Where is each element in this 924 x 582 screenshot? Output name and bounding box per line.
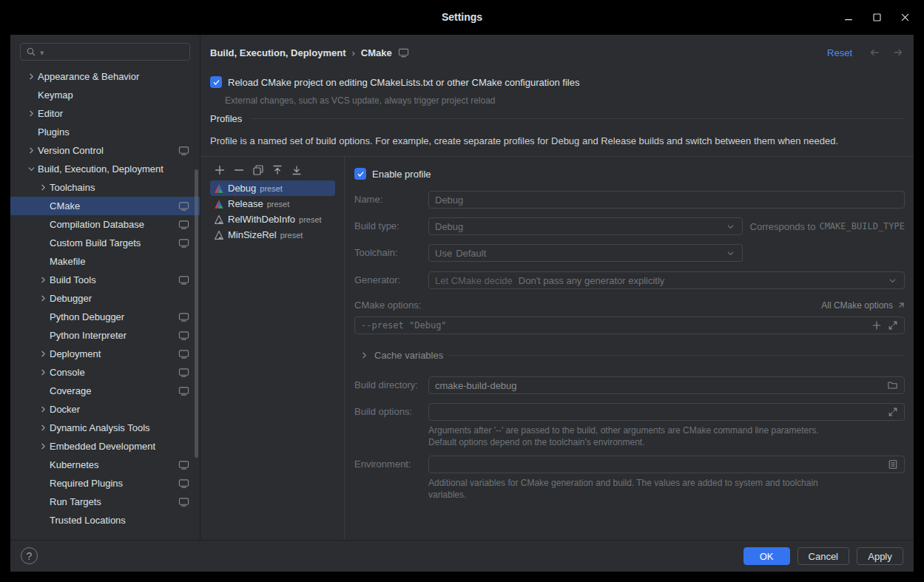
chevron-right-icon[interactable] [38,183,48,193]
sidebar-item-docker[interactable]: Docker [10,400,200,419]
chevron-right-icon[interactable] [26,146,36,156]
chevron-right-icon[interactable] [38,441,48,452]
sidebar-item-appearance-behavior[interactable]: Appearance & Behavior [10,67,200,86]
sidebar-item-trusted-locations[interactable]: Trusted Locations [10,511,200,529]
toolchain-select[interactable]: Use Default [428,244,743,262]
sidebar-item-embedded-development[interactable]: Embedded Development [10,437,200,456]
cmake-options-input[interactable]: --preset "Debug" [354,317,905,334]
generator-label: Generator: [354,271,400,289]
chevron-down-icon [887,275,898,286]
back-arrow-icon[interactable] [869,47,880,58]
minimize-button[interactable] [843,12,854,24]
sidebar-item-label: CMake [50,200,80,212]
move-up-icon[interactable] [272,164,283,176]
chevron-right-icon[interactable] [38,349,48,359]
profile-item-release[interactable]: Releasepreset [210,196,335,212]
sidebar-item-console[interactable]: Console [10,363,200,382]
reload-cmake-checkbox[interactable]: Reload CMake project on editing CMakeLis… [210,76,579,88]
profile-preset-tag: preset [267,200,290,209]
chevron-right-icon[interactable] [26,109,36,119]
project-settings-icon [398,47,409,58]
breadcrumb-parent[interactable]: Build, Execution, Deployment [210,47,345,58]
sidebar-item-version-control[interactable]: Version Control [10,141,200,160]
cancel-button[interactable]: Cancel [797,547,849,565]
sidebar-item-required-plugins[interactable]: Required Plugins [10,474,200,493]
add-icon[interactable] [871,320,882,331]
sidebar-scrollbar[interactable] [195,169,198,458]
environment-input[interactable] [428,456,905,473]
sidebar-item-toolchains[interactable]: Toolchains [10,178,200,197]
sidebar-item-deployment[interactable]: Deployment [10,345,200,363]
chevron-right-icon[interactable] [38,275,48,285]
sidebar-item-python-interpreter[interactable]: Python Interpreter [10,326,200,345]
chevron-right-icon[interactable] [38,405,48,415]
history-arrows [869,47,904,58]
help-button[interactable]: ? [21,547,38,564]
profile-item-minsizerel[interactable]: MinSizeRelpreset [210,227,335,243]
sidebar-item-python-debugger[interactable]: Python Debugger [10,308,200,326]
checkbox-checked-icon[interactable] [210,76,222,88]
sidebar-item-run-targets[interactable]: Run Targets [10,493,200,511]
variables-list-icon[interactable] [888,459,898,470]
all-cmake-options-link[interactable]: All CMake options [821,297,905,314]
sidebar-item-keymap[interactable]: Keymap [10,86,200,104]
checkbox-checked-icon[interactable] [354,168,366,180]
reset-link[interactable]: Reset [827,47,852,58]
sidebar-item-label: Kubernetes [50,459,99,470]
add-icon[interactable] [214,164,226,176]
expand-icon[interactable] [888,320,898,331]
chevron-right-icon[interactable] [38,368,48,378]
titlebar[interactable]: Settings [0,0,924,35]
copy-icon[interactable] [252,164,264,176]
build-directory-input[interactable]: cmake-build-debug [428,376,905,394]
chevron-spacer [38,331,48,341]
sidebar-item-compilation-database[interactable]: Compilation Database [10,215,200,234]
sidebar-item-editor[interactable]: Editor [10,104,200,123]
chevron-right-icon[interactable] [38,294,48,304]
sidebar-item-cmake[interactable]: CMake [10,197,200,215]
name-input[interactable]: Debug [428,191,905,209]
expand-icon[interactable] [888,407,898,417]
sidebar-item-custom-build-targets[interactable]: Custom Build Targets [10,234,200,252]
cmake-gray-icon [214,214,224,225]
move-down-icon[interactable] [291,164,303,176]
chevron-right-icon[interactable] [38,423,48,433]
profiles-description: Profile is a named set of build options.… [210,135,838,146]
project-settings-icon [178,460,189,470]
remove-icon[interactable] [233,164,245,176]
build-options-input[interactable] [428,403,905,421]
chevron-right-icon[interactable] [26,72,36,82]
generator-select[interactable]: Let CMake decide Don't pass any generato… [428,271,905,289]
forward-arrow-icon[interactable] [892,47,904,58]
breadcrumb: Build, Execution, Deployment › CMake [210,44,409,61]
sidebar-item-build-tools[interactable]: Build Tools [10,271,200,289]
sidebar-item-build-execution-deployment[interactable]: Build, Execution, Deployment [10,160,200,178]
sidebar-item-plugins[interactable]: Plugins [10,123,200,141]
project-settings-icon [178,201,189,212]
chevron-spacer [38,478,48,489]
chevron-spacer [38,238,48,248]
ok-button[interactable]: OK [743,547,790,565]
cache-variables-toggle[interactable]: Cache variables [360,346,905,364]
profile-item-debug[interactable]: Debugpreset [210,180,335,196]
sidebar-item-dynamic-analysis-tools[interactable]: Dynamic Analysis Tools [10,419,200,437]
close-button[interactable] [899,12,911,24]
build-type-select[interactable]: Debug [428,217,743,235]
chevron-spacer [38,386,48,396]
maximize-button[interactable] [871,12,883,24]
sidebar-item-label: Build, Execution, Deployment [38,163,163,175]
sidebar-item-kubernetes[interactable]: Kubernetes [10,456,200,474]
profiles-section-header: Profiles [210,113,904,124]
search-input[interactable]: ▾ [20,43,190,61]
sidebar-item-makefile[interactable]: Makefile [10,252,200,271]
profile-item-relwithdebinfo[interactable]: RelWithDebInfopreset [210,212,335,227]
chevron-down-icon[interactable] [26,164,36,175]
enable-profile-checkbox[interactable]: Enable profile [354,168,431,180]
sidebar-item-coverage[interactable]: Coverage [10,382,200,400]
apply-button[interactable]: Apply [857,547,903,565]
sidebar-item-debugger[interactable]: Debugger [10,289,200,308]
project-settings-icon [178,478,189,489]
sidebar-item-label: Build Tools [50,274,96,285]
build-type-hint-text: Corresponds to [750,221,816,232]
folder-icon[interactable] [887,380,898,390]
